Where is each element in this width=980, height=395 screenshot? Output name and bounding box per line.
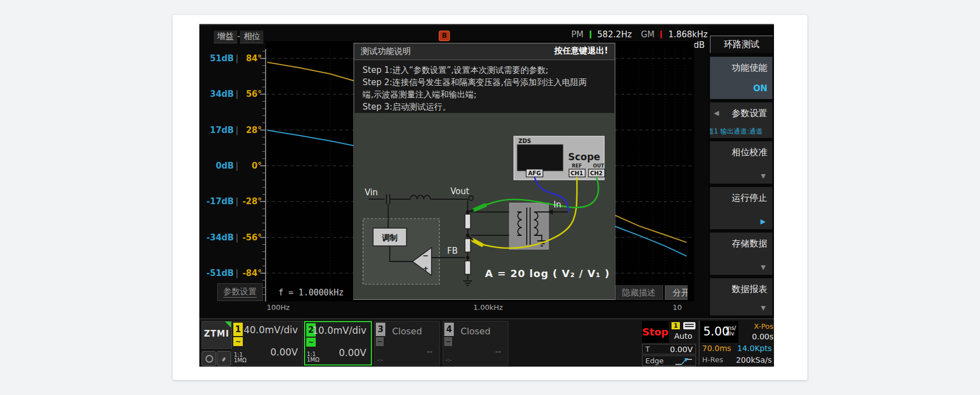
oscilloscope-screen: 增益-相位 B PM 582.2Hz (0dB) 49.29° GM 1.868…: [199, 24, 774, 367]
bottom-status-bar: ZTMI 1 ~ 40.0mV/div 0.00V 1:11MΩ 2 ~ 10.…: [199, 318, 774, 367]
pm-frequency: 582.2Hz: [597, 29, 632, 40]
time-window: 70.0ms: [702, 344, 731, 353]
trigger-mode: Auto: [670, 332, 696, 340]
channel-2-scale: 10.0mV/div: [312, 325, 366, 336]
trigger-level-value: 0.00V: [670, 345, 693, 354]
channel-3-block[interactable]: 3 − Closed -- -:-: [374, 321, 440, 366]
opamp-minus: −: [423, 251, 429, 260]
logo-corner-triangle: [225, 322, 231, 328]
brand-text: ZTMI: [202, 329, 231, 339]
channel-2-probe: 1:11MΩ: [307, 352, 320, 363]
timebase-scale-box[interactable]: 5.00 ms/div: [700, 321, 738, 343]
out-label: OUT: [593, 163, 604, 169]
gm-frequency: 1.868kHz: [668, 29, 708, 40]
axis-label-row: 34dB|56°: [199, 89, 262, 99]
channel-2-offset: 0.00V: [339, 347, 366, 358]
trigger-b-marker[interactable]: B: [439, 31, 450, 41]
channel-1-probe: 1:11MΩ: [234, 352, 247, 363]
channel-3-offset: --: [427, 347, 433, 357]
step-line: 端,示波器测量注入端和输出端;: [362, 88, 606, 101]
gm-readout: GM 1.868kHz: [641, 29, 708, 40]
sample-rate: 200kSa/s: [736, 356, 772, 364]
ch2-cable: [486, 177, 599, 208]
parameter-summary: 道1 输出通道:通道: [710, 127, 763, 136]
menu-item-run-stop[interactable]: 运行停止 ▶: [710, 187, 772, 229]
menu-title-loop-test: 环路测试: [710, 36, 773, 53]
menu-item-label: 相位校准: [732, 147, 767, 159]
channel-4-probe: -:-: [445, 357, 452, 363]
pm-readout: PM 582.2Hz: [571, 29, 632, 40]
scope-label: Scope: [568, 151, 600, 162]
touch-draw-button[interactable]: [217, 351, 231, 366]
ch2-port-label: CH2: [590, 170, 603, 176]
chevron-down-icon: ▼: [761, 172, 766, 180]
channel-3-state: Closed: [375, 326, 439, 337]
axis-label-row: -17dB|-28°: [199, 196, 262, 206]
trigger-panel[interactable]: Stop 1 Auto T 0.00V Edge: [642, 321, 696, 366]
fb-label: FB: [447, 246, 458, 256]
minus-icon: −: [444, 337, 452, 346]
axis-label-row: 0dB|0°: [199, 161, 262, 171]
menu-item-parameters[interactable]: ◀ 参数设置 道1 输出通道:通道: [710, 102, 772, 138]
test-function-dialog: 测试功能说明 按任意键退出! Step 1:进入“参数设置”,设置本次测试需要的…: [354, 43, 615, 300]
hres-label: H-Res: [702, 356, 723, 364]
scope-screen: [517, 145, 563, 171]
coupling-icon: ~: [306, 338, 316, 347]
x-tick-1khz: 1.00kHz: [473, 303, 503, 312]
channel-4-offset: --: [495, 347, 501, 357]
vin-label: Vin: [365, 187, 378, 198]
channel-3-probe: -:-: [377, 357, 383, 363]
in-label: In: [553, 200, 561, 210]
trigger-type-row[interactable]: Edge: [642, 356, 696, 366]
brand-logo: ZTMI: [202, 321, 232, 349]
gain-formula: A = 20 log ( V₂ / V₁ ): [485, 268, 610, 279]
ch1-port-label: CH1: [571, 170, 584, 176]
hide-description-button[interactable]: 隐藏描述: [614, 285, 663, 300]
dialog-title: 测试功能说明: [361, 46, 411, 57]
enable-state-value: ON: [753, 83, 767, 93]
acquisition-row: 70.0ms 14.0Kpts: [700, 344, 772, 354]
trigger-level-row[interactable]: T 0.00V: [642, 344, 696, 354]
trigger-type-label: Edge: [645, 357, 664, 365]
menu-item-phase-cal[interactable]: 相位校准 ▼: [710, 141, 772, 184]
menu-item-label: 数据报表: [732, 284, 767, 295]
run-state-indicator[interactable]: Stop: [642, 321, 669, 343]
split-display-button[interactable]: 分开显示: [665, 285, 688, 300]
step-line: Step 2:连接信号发生器和隔离变压器,信号添加到注入电阻两: [362, 76, 606, 88]
channel-1-block[interactable]: 1 ~ 40.0mV/div 0.00V 1:11MΩ: [232, 321, 303, 366]
channel-1-offset: 0.00V: [271, 347, 298, 358]
axis-label-row: -51dB|-84°: [199, 268, 262, 278]
axis-label-row: 17dB|28°: [199, 125, 262, 135]
modulation-label: 调制: [381, 233, 398, 242]
menu-sidebar: 环路测试 功能使能 ON ◀ 参数设置 道1 输出通道:通道 相位校准 ▼ 运行…: [708, 25, 774, 318]
step-line: Step 3:启动测试运行。: [362, 101, 606, 113]
plot-corner-buttons: 隐藏描述 分开显示: [611, 285, 688, 300]
green-probe: [474, 205, 485, 210]
gain-tab[interactable]: 增益: [214, 31, 237, 43]
channel-2-block[interactable]: 2 ~ 10.0mV/div 0.00V 1:11MΩ: [304, 321, 372, 366]
param-settings-label: 参数设置: [223, 287, 257, 298]
vout-label: Vout: [450, 186, 469, 196]
menu-item-save-data[interactable]: 存储数据 ▼: [710, 233, 772, 275]
menu-item-label: 参数设置: [732, 108, 767, 120]
chevron-down-icon: ▼: [761, 264, 766, 271]
menu-item-label: 运行停止: [732, 192, 767, 204]
trigger-level-label: T: [645, 345, 650, 353]
xpos-value: 0.00s: [752, 332, 773, 341]
cursor-frequency: f = 1.0000kHz: [278, 288, 344, 298]
gm-label: GM: [641, 29, 655, 40]
menu-item-data-report[interactable]: 数据报表 ▼: [710, 278, 772, 315]
pm-label: PM: [571, 29, 584, 40]
dialog-exit-hint[interactable]: 按任意键退出!: [554, 46, 608, 56]
coupling-icon: ~: [233, 337, 243, 346]
timebase-panel[interactable]: 5.00 ms/div X-Pos 0.00s 70.0ms 14.0Kpts …: [699, 321, 774, 366]
menu-item-enable[interactable]: 功能使能 ON: [710, 57, 772, 99]
opamp-plus: +: [423, 264, 429, 273]
param-settings-button[interactable]: 参数设置: [217, 283, 263, 301]
chevron-left-icon: ◀: [714, 109, 719, 117]
gm-color-bar: [660, 31, 662, 38]
touch-gesture-button[interactable]: [202, 351, 216, 366]
dialog-title-bar: 测试功能说明 按任意键退出!: [354, 43, 615, 60]
keyboard-icon: [683, 322, 695, 329]
channel-4-block[interactable]: 4 − Closed -- -:-: [443, 321, 508, 366]
